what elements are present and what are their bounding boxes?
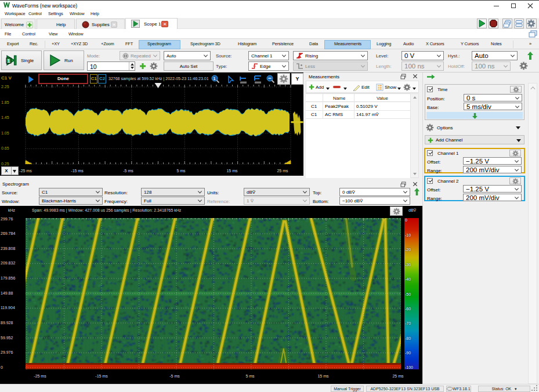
svg-text:1: 1 [7, 58, 10, 64]
